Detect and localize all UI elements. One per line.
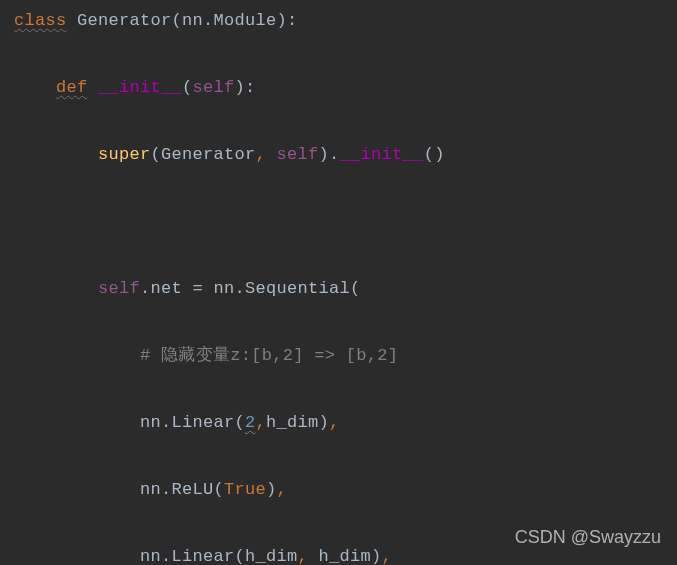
code-line: # 隐藏变量z:[b,2] => [b,2] (0, 339, 677, 372)
keyword-def: def (56, 78, 88, 97)
init-call: __init__ (340, 145, 424, 164)
class-decl: Generator(nn.Module): (67, 11, 298, 30)
code-line: nn.Linear(2,h_dim), (0, 406, 677, 439)
code-line: class Generator(nn.Module): (0, 4, 677, 37)
code-line-blank (0, 205, 677, 238)
self-param: self (193, 78, 235, 97)
keyword-class: class (14, 11, 67, 30)
code-line: def __init__(self): (0, 71, 677, 104)
code-line: nn.ReLU(True), (0, 473, 677, 506)
method-name: __init__ (88, 78, 183, 97)
watermark: CSDN @Swayzzu (515, 519, 661, 555)
builtin-super: super (98, 145, 151, 164)
code-line: super(Generator, self).__init__() (0, 138, 677, 171)
comment: # 隐藏变量z:[b,2] => [b,2] (140, 346, 398, 365)
code-block: class Generator(nn.Module): def __init__… (0, 4, 677, 565)
code-line: self.net = nn.Sequential( (0, 272, 677, 305)
